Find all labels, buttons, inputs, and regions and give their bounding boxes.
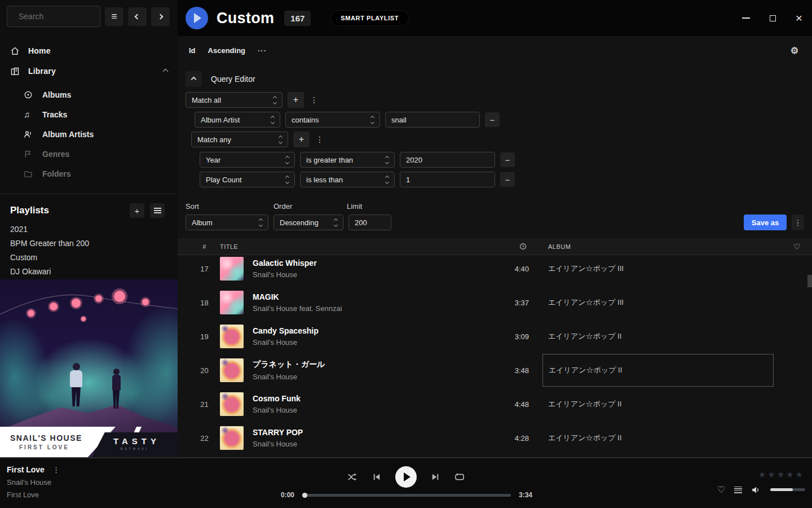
save-as-button[interactable]: Save as bbox=[744, 214, 787, 230]
page-header: Custom 167 SMART PLAYLIST × bbox=[178, 0, 812, 36]
minimize-button[interactable] bbox=[742, 14, 751, 23]
repeat-button[interactable] bbox=[454, 471, 465, 483]
select-stepper-icon bbox=[259, 219, 262, 226]
rule-operator-select[interactable]: is less than bbox=[300, 172, 395, 187]
favorite-column-header[interactable]: ♡ bbox=[780, 242, 801, 251]
track-row[interactable]: 17 Galactic Whisper Snail's House 4:40 エ… bbox=[178, 252, 812, 286]
page-title: Custom bbox=[217, 10, 274, 27]
collapse-query-editor-button[interactable] bbox=[186, 71, 202, 87]
playlist-item[interactable]: DJ Okawari bbox=[0, 265, 178, 279]
gear-icon[interactable]: ⚙ bbox=[791, 45, 798, 56]
seek-handle[interactable] bbox=[302, 493, 307, 498]
rule-field-select[interactable]: Play Count bbox=[200, 172, 295, 187]
playlist-item[interactable]: 2021 bbox=[0, 222, 178, 237]
star-icon[interactable]: ★ bbox=[786, 470, 793, 480]
limit-input[interactable] bbox=[348, 214, 391, 230]
seek-bar[interactable] bbox=[302, 494, 511, 497]
shuffle-button[interactable] bbox=[347, 471, 358, 483]
back-button[interactable] bbox=[128, 7, 147, 26]
playlist-item[interactable]: BPM Greater than 200 bbox=[0, 237, 178, 251]
sidebar-item-tracks[interactable]: ♫ Tracks bbox=[0, 104, 178, 124]
window-controls: × bbox=[742, 14, 812, 23]
sort-direction[interactable]: Ascending bbox=[208, 46, 245, 55]
play-playlist-button[interactable] bbox=[186, 7, 208, 29]
more-options-icon[interactable]: ··· bbox=[258, 46, 267, 55]
queue-icon[interactable] bbox=[734, 485, 742, 494]
track-title: プラネット・ガール bbox=[253, 360, 489, 370]
add-rule-button[interactable]: + bbox=[288, 92, 304, 108]
play-pause-button[interactable] bbox=[395, 466, 417, 488]
menu-button[interactable]: ≡ bbox=[105, 7, 123, 26]
rule-value-input[interactable] bbox=[385, 112, 480, 128]
star-icon[interactable]: ★ bbox=[777, 470, 784, 480]
chevron-left-icon bbox=[135, 14, 140, 19]
now-playing-menu-icon[interactable]: ⋮ bbox=[52, 466, 63, 474]
track-row[interactable]: 22 STARRY POP Snail's House 4:28 エイリアン☆ポ… bbox=[178, 421, 812, 455]
star-icon[interactable]: ★ bbox=[767, 470, 775, 480]
order-select[interactable]: Descending bbox=[273, 214, 343, 230]
save-options-menu-button[interactable]: ⋮ bbox=[792, 214, 804, 230]
rule-group-menu-icon[interactable]: ⋮ bbox=[309, 95, 319, 104]
maximize-button[interactable] bbox=[768, 14, 777, 23]
album-column-header[interactable]: ALBUM bbox=[542, 243, 774, 250]
volume-icon[interactable] bbox=[751, 485, 761, 495]
close-button[interactable]: × bbox=[795, 14, 804, 23]
rating-stars: ★ ★ ★ ★ ★ bbox=[758, 470, 803, 480]
select-value: Descending bbox=[280, 218, 319, 227]
sidebar-item-home[interactable]: Home bbox=[0, 41, 178, 61]
duration-column-header[interactable] bbox=[489, 243, 529, 250]
star-icon[interactable]: ★ bbox=[758, 470, 766, 480]
volume-slider[interactable] bbox=[770, 488, 805, 491]
library-sub-items: Albums ♫ Tracks Album Artists Genres bbox=[0, 81, 178, 188]
search-box[interactable] bbox=[7, 6, 100, 27]
track-album: エイリアン☆ポップ III bbox=[542, 286, 774, 319]
forward-button[interactable] bbox=[151, 7, 170, 26]
playlist-item[interactable]: Custom bbox=[0, 251, 178, 265]
match-type-select[interactable]: Match all bbox=[186, 92, 283, 108]
track-row[interactable]: 20 プラネット・ガール Snail's House 3:48 エイリアン☆ポッ… bbox=[178, 353, 812, 387]
favorite-button[interactable]: ♡ bbox=[717, 484, 725, 495]
track-artist: Snail's House bbox=[253, 406, 489, 414]
playlist-list-button[interactable] bbox=[150, 203, 165, 218]
rule-operator-select[interactable]: is greater than bbox=[300, 152, 395, 168]
rule-field-select[interactable]: Album Artist bbox=[195, 112, 280, 128]
remove-rule-button[interactable]: − bbox=[485, 112, 500, 127]
smart-playlist-badge: SMART PLAYLIST bbox=[330, 10, 409, 26]
sidebar-item-label: Folders bbox=[42, 169, 71, 178]
index-column-header[interactable]: # bbox=[189, 243, 220, 250]
now-playing-artwork[interactable]: SNAIL'S HOUSE FIRST LOVE TASTY BSTMAXI bbox=[0, 279, 178, 457]
track-row[interactable]: 18 MAGIK Snail's House feat. Sennzai 3:3… bbox=[178, 286, 812, 319]
sidebar-item-genres[interactable]: Genres bbox=[0, 144, 178, 164]
sort-select[interactable]: Album bbox=[186, 214, 268, 230]
rule-operator-select[interactable]: contains bbox=[285, 112, 380, 128]
sidebar-item-folders[interactable]: Folders bbox=[0, 164, 178, 183]
sidebar-item-album-artists[interactable]: Album Artists bbox=[0, 124, 178, 144]
music-note-icon: ♫ bbox=[24, 110, 33, 119]
add-playlist-button[interactable]: + bbox=[130, 203, 144, 218]
rule-group-menu-icon[interactable]: ⋮ bbox=[315, 135, 325, 144]
album-art-thumbnail bbox=[220, 358, 244, 382]
sidebar-item-library[interactable]: Library bbox=[0, 61, 178, 81]
next-button[interactable] bbox=[430, 472, 440, 482]
query-editor-title: Query Editor bbox=[211, 75, 255, 84]
now-playing-artist[interactable]: Snail's House bbox=[7, 478, 63, 487]
track-title-cell: STARRY POP Snail's House bbox=[253, 428, 489, 448]
track-row[interactable]: 21 Cosmo Funk Snail's House 4:48 エイリアン☆ポ… bbox=[178, 387, 812, 421]
title-column-header[interactable]: TITLE bbox=[220, 243, 489, 250]
remove-rule-button[interactable]: − bbox=[500, 172, 515, 187]
sort-field[interactable]: Id bbox=[189, 46, 196, 55]
match-type-select[interactable]: Match any bbox=[191, 132, 288, 147]
now-playing-album[interactable]: First Love bbox=[7, 491, 63, 499]
sidebar-item-albums[interactable]: Albums bbox=[0, 85, 178, 104]
previous-button[interactable] bbox=[372, 472, 382, 482]
add-rule-button[interactable]: + bbox=[293, 132, 310, 147]
star-icon[interactable]: ★ bbox=[796, 470, 803, 480]
album-art-thumbnail bbox=[220, 325, 244, 348]
remove-rule-button[interactable]: − bbox=[500, 152, 515, 167]
track-row[interactable]: 19 Candy Spaceship Snail's House 3:09 エイ… bbox=[178, 319, 812, 353]
rule-value-input[interactable] bbox=[400, 152, 495, 168]
rule-value-input[interactable] bbox=[400, 172, 495, 187]
scrollbar-thumb[interactable] bbox=[807, 275, 812, 287]
now-playing-title[interactable]: First Love bbox=[7, 465, 45, 474]
rule-field-select[interactable]: Year bbox=[200, 152, 295, 168]
